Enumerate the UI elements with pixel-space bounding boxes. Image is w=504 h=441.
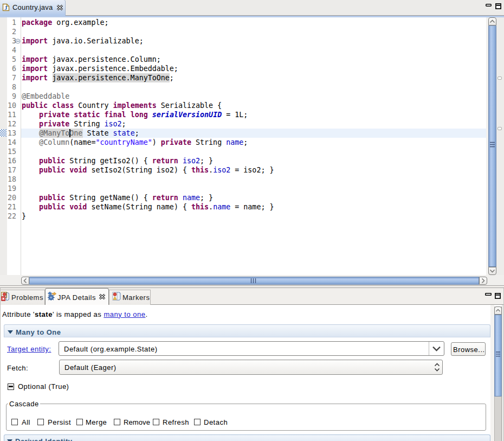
svg-text:J: J	[4, 4, 8, 11]
